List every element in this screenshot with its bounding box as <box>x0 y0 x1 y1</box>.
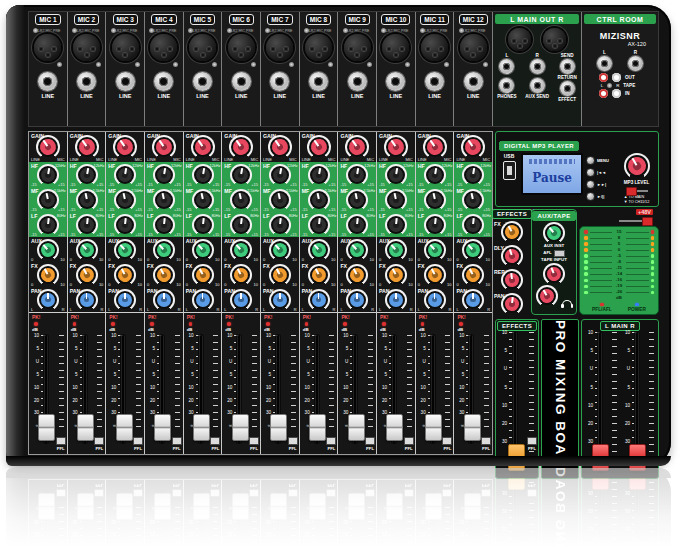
pfl-button[interactable] <box>210 437 220 445</box>
mp3-button[interactable] <box>586 180 595 189</box>
gain-label: GAIN <box>379 133 392 139</box>
aux-label: AUX <box>340 238 351 244</box>
channel-fader[interactable] <box>193 414 210 441</box>
channel-strip: GAIN LINE MIC HF 12kHz -15 +15 MF 2.5kHz… <box>338 480 377 548</box>
tape-input-knob[interactable] <box>543 263 565 285</box>
mp3-route-switch[interactable] <box>626 187 648 194</box>
screw-icon <box>289 62 294 67</box>
channel-fader[interactable] <box>386 414 403 441</box>
screw-icon <box>405 62 410 67</box>
meter-led-icon <box>584 248 588 252</box>
xlr-connector-icon <box>189 34 216 61</box>
channel-fader[interactable] <box>77 414 94 441</box>
mp3-button[interactable] <box>586 192 595 201</box>
rca-jack-icon <box>599 73 608 82</box>
pan-label: PAN <box>224 288 235 294</box>
channel-strip: GAIN LINE MIC HF 12kHz -15 +15 MF 2.5kHz… <box>261 480 300 548</box>
fx-knob[interactable] <box>346 264 368 286</box>
hf-label: HF <box>302 163 309 169</box>
meter-led-icon <box>584 272 588 276</box>
screw-icon <box>227 28 232 33</box>
mic-channel-input: MIC 9 XLR2 MIC PRE LINE <box>338 12 377 126</box>
peak-label: PK! <box>264 315 272 320</box>
aux-inst-knob[interactable] <box>543 222 565 244</box>
lf-knob[interactable] <box>308 214 330 236</box>
mic-channel-label: MIC 1 <box>35 14 60 25</box>
lf-knob[interactable] <box>76 214 98 236</box>
pfl-button[interactable] <box>365 437 375 445</box>
fx-knob[interactable] <box>37 264 59 286</box>
line-jack-icon <box>386 72 405 91</box>
lf-knob[interactable] <box>153 214 175 236</box>
channel-fader[interactable] <box>270 414 287 441</box>
pfl-button[interactable] <box>527 437 537 445</box>
lf-knob[interactable] <box>192 214 214 236</box>
phantom-power-switch[interactable] <box>619 217 653 224</box>
fader-section: PK! dB 105U5102030∞ PFL <box>300 480 338 548</box>
eq-section: HF 12kHz -15 +15 MF 2.5kHz -15 +15 LF 80… <box>184 162 222 237</box>
pfl-button[interactable] <box>404 437 414 445</box>
effects-fader-group: EFFECTS 105U5102030∞ PFL <box>495 319 539 479</box>
fx-effects-knob[interactable] <box>501 221 523 243</box>
fader-slot <box>83 491 87 548</box>
channel-fader[interactable] <box>38 414 55 441</box>
lf-knob[interactable] <box>424 214 446 236</box>
fx-knob[interactable] <box>230 264 252 286</box>
fx-knob[interactable] <box>192 264 214 286</box>
mp3-button[interactable] <box>586 168 595 177</box>
lf-knob[interactable] <box>462 214 484 236</box>
pfl-button[interactable] <box>288 437 298 445</box>
afl-switch[interactable] <box>554 250 565 257</box>
fx-knob[interactable] <box>114 264 136 286</box>
fx-knob[interactable] <box>269 264 291 286</box>
meter-scale-label: 5 <box>614 242 624 246</box>
fx-knob[interactable] <box>424 264 446 286</box>
mf-label: MF <box>108 188 116 194</box>
master-fader[interactable] <box>508 444 525 471</box>
pfl-button[interactable] <box>56 437 66 445</box>
fader-section: PK! dB 105U5102030∞ PFL <box>222 480 260 548</box>
pan-label: PAN <box>108 288 119 294</box>
pan-label: PAN <box>263 288 274 294</box>
channel-fader[interactable] <box>116 414 133 441</box>
channel-fader[interactable] <box>154 414 171 441</box>
meter-led-icon <box>651 285 655 289</box>
mic-channel-input: MIC 2 XLR2 MIC PRE LINE <box>68 12 107 126</box>
gain-max-label: MIC <box>483 157 490 162</box>
gain-max-label: MIC <box>173 157 180 162</box>
channel-fader[interactable] <box>309 414 326 441</box>
pfl-button[interactable] <box>481 437 491 445</box>
dly-effects-knob[interactable] <box>501 245 523 267</box>
channel-fader[interactable] <box>232 414 249 441</box>
lf-knob[interactable] <box>37 214 59 236</box>
pfl-button[interactable] <box>442 437 452 445</box>
pfl-button[interactable] <box>249 437 259 445</box>
xlr-ring-text: XLR2 MIC PRE <box>306 28 331 33</box>
lf-knob[interactable] <box>385 214 407 236</box>
pfl-button[interactable] <box>133 437 143 445</box>
master-fader[interactable] <box>592 444 609 471</box>
fx-knob[interactable] <box>462 264 484 286</box>
phones-knob[interactable] <box>536 285 558 307</box>
pfl-button[interactable] <box>172 437 182 445</box>
fx-knob[interactable] <box>76 264 98 286</box>
fx-knob[interactable] <box>308 264 330 286</box>
hf-label: HF <box>70 163 77 169</box>
pfl-button[interactable] <box>326 437 336 445</box>
fx-knob[interactable] <box>153 264 175 286</box>
fx-label: FX <box>263 263 270 269</box>
master-fader[interactable] <box>629 444 646 471</box>
fx-knob[interactable] <box>385 264 407 286</box>
pfl-button[interactable] <box>94 437 104 445</box>
channel-fader[interactable] <box>348 414 365 441</box>
lf-knob[interactable] <box>346 214 368 236</box>
channel-fader[interactable] <box>425 414 442 441</box>
channel-fader[interactable] <box>464 414 481 441</box>
lf-knob[interactable] <box>114 214 136 236</box>
mp3-level-knob[interactable] <box>624 153 650 179</box>
lf-knob[interactable] <box>269 214 291 236</box>
mp3-button[interactable] <box>586 156 595 165</box>
pfl-button <box>481 489 491 497</box>
lf-knob[interactable] <box>230 214 252 236</box>
mf-freq-label: 2.5kHz <box>247 189 259 193</box>
